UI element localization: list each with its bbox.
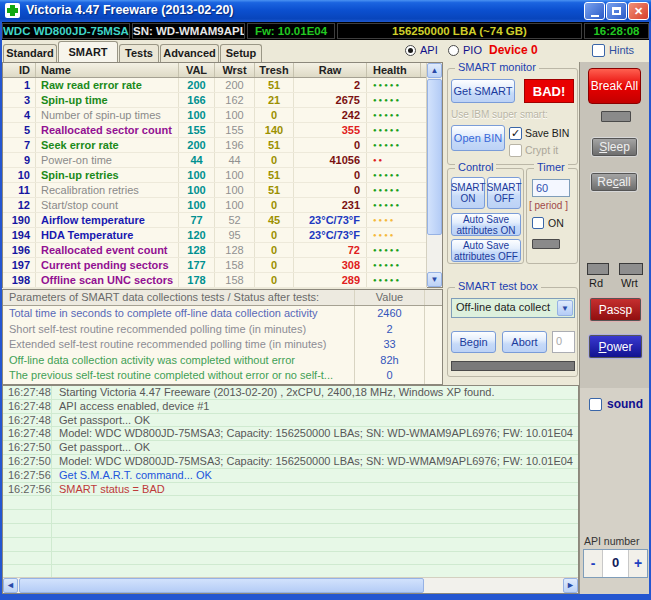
test-progress-bar xyxy=(451,361,575,371)
sound-checkbox[interactable] xyxy=(589,398,602,411)
attribute-val: 44 xyxy=(179,153,215,167)
table-row[interactable]: 10Spin-up retries100100510●●●●● xyxy=(3,168,427,183)
header-name[interactable]: Name xyxy=(36,63,179,77)
passport-button[interactable]: Passp xyxy=(589,297,642,322)
table-row[interactable]: 190Airflow temperature77524523°C/73°F●●●… xyxy=(3,213,427,228)
table-row[interactable]: 9Power-on time4444041056●● xyxy=(3,153,427,168)
table-row[interactable]: 3Spin-up time166162212675●●●●● xyxy=(3,93,427,108)
smart-table-scrollbar[interactable]: ▲ ▼ xyxy=(426,63,442,287)
attribute-val: 77 xyxy=(179,213,215,227)
scroll-left-icon[interactable]: ◄ xyxy=(3,578,18,593)
minimize-button[interactable] xyxy=(584,2,605,20)
attribute-id: 3 xyxy=(3,93,36,107)
hints-checkbox[interactable] xyxy=(592,44,605,57)
tab-tests[interactable]: Tests xyxy=(119,44,159,62)
attribute-id: 11 xyxy=(3,183,36,197)
attribute-tresh: 0 xyxy=(255,258,294,272)
maximize-button[interactable] xyxy=(606,2,627,20)
health-dots: ●●●●● xyxy=(367,168,421,182)
attribute-tresh: 0 xyxy=(255,108,294,122)
title-bar: Victoria 4.47 Freeware (2013-02-20) ✕ xyxy=(0,0,651,22)
attribute-name: Number of spin-up times xyxy=(36,108,179,122)
api-number-increment[interactable]: + xyxy=(629,550,647,577)
table-row[interactable]: 7Seek error rate200196510●●●●● xyxy=(3,138,427,153)
table-row[interactable]: 196Reallocated event count128128072●●●●● xyxy=(3,243,427,258)
log-timestamp: 16:27:48 xyxy=(3,414,51,428)
timer-on-checkbox[interactable] xyxy=(532,217,544,229)
attribute-wrst: 162 xyxy=(215,93,255,107)
tab-standard[interactable]: Standard xyxy=(3,44,57,62)
header-health[interactable]: Health xyxy=(367,63,421,77)
attribute-id: 9 xyxy=(3,153,36,167)
window-title: Victoria 4.47 Freeware (2013-02-20) xyxy=(26,3,234,17)
header-raw[interactable]: Raw xyxy=(294,63,367,77)
test-select-value: Off-line data collect xyxy=(456,301,550,313)
table-row[interactable]: 5Reallocated sector count155155140355●●●… xyxy=(3,123,427,138)
header-tresh[interactable]: Tresh xyxy=(255,63,294,77)
table-row[interactable]: 12Start/stop count1001000231●●●●● xyxy=(3,198,427,213)
table-row[interactable]: 198Offline scan UNC sectors1781580289●●●… xyxy=(3,273,427,288)
app-icon xyxy=(5,3,20,18)
table-row[interactable]: 4Number of spin-up times1001000242●●●●● xyxy=(3,108,427,123)
control-group: Control SMART ON SMART OFF Auto Save att… xyxy=(447,168,524,264)
attribute-name: Reallocated sector count xyxy=(36,123,179,137)
test-counter-field[interactable]: 0 xyxy=(552,331,575,353)
smart-on-button[interactable]: SMART ON xyxy=(451,177,485,209)
attribute-raw: 0 xyxy=(294,183,367,197)
scroll-right-icon[interactable]: ► xyxy=(563,578,578,593)
table-row[interactable]: 1Raw read error rate200200512●●●●● xyxy=(3,78,427,93)
header-wrst[interactable]: Wrst xyxy=(215,63,255,77)
open-bin-button[interactable]: Open BIN xyxy=(451,125,505,151)
log-message: Get S.M.A.R.T. command... OK xyxy=(51,469,212,483)
test-select-dropdown[interactable]: Off-line data collect ▼ xyxy=(451,298,575,318)
break-all-button[interactable]: Break All xyxy=(588,68,641,104)
save-bin-checkbox[interactable]: ✓ xyxy=(509,127,522,140)
attribute-id: 198 xyxy=(3,273,36,287)
tab-setup[interactable]: Setup xyxy=(220,44,262,62)
tab-advanced[interactable]: Advanced xyxy=(160,44,219,62)
drive-firmware: Fw: 10.01E04 xyxy=(247,23,335,39)
smart-off-button[interactable]: SMART OFF xyxy=(487,177,521,209)
attribute-name: Power-on time xyxy=(36,153,179,167)
chevron-down-icon[interactable]: ▼ xyxy=(557,300,573,316)
attribute-name: HDA Temperature xyxy=(36,228,179,242)
param-value: 0 xyxy=(355,368,425,384)
smart-params-table: Parameters of SMART data collections tes… xyxy=(2,289,443,385)
param-tail xyxy=(425,306,442,322)
scrollbar-thumb[interactable] xyxy=(427,79,442,235)
sleep-button[interactable]: Sleep xyxy=(591,137,638,157)
params-header-tail xyxy=(425,290,442,305)
param-name: Total time in seconds to complete off-li… xyxy=(3,306,355,322)
table-row[interactable]: 194HDA Temperature12095023°C/73°F●●●● xyxy=(3,228,427,243)
abort-button[interactable]: Abort xyxy=(502,331,547,353)
begin-button[interactable]: Begin xyxy=(451,331,496,353)
log-hscrollbar[interactable]: ◄ ► xyxy=(3,577,578,593)
recall-button[interactable]: Recall xyxy=(590,172,638,192)
table-row[interactable]: 11Recalibration retries100100510●●●●● xyxy=(3,183,427,198)
power-button[interactable]: Power xyxy=(588,334,643,359)
timer-input[interactable]: 60 xyxy=(532,179,570,197)
attribute-val: 155 xyxy=(179,123,215,137)
log-timestamp: 16:27:56 xyxy=(3,483,51,497)
log-line: 16:27:56SMART status = BAD xyxy=(3,483,578,497)
get-smart-button[interactable]: Get SMART xyxy=(451,79,515,103)
table-row[interactable]: 197Current pending sectors1771580308●●●●… xyxy=(3,258,427,273)
param-tail xyxy=(425,368,442,384)
api-radio[interactable] xyxy=(405,45,416,56)
close-button[interactable]: ✕ xyxy=(628,2,649,20)
power-label-u: P xyxy=(598,340,606,354)
health-dots: ●●●●● xyxy=(367,198,421,212)
api-number-decrement[interactable]: - xyxy=(584,550,602,577)
pio-radio[interactable] xyxy=(448,45,459,56)
header-id[interactable]: ID xyxy=(3,63,36,77)
autosave-on-button[interactable]: Auto Save attributes ON xyxy=(451,213,521,236)
attribute-raw: 72 xyxy=(294,243,367,257)
crypt-it-checkbox[interactable] xyxy=(509,144,522,157)
hscrollbar-thumb[interactable] xyxy=(19,578,424,593)
scroll-up-icon[interactable]: ▲ xyxy=(427,63,442,78)
header-val[interactable]: VAL xyxy=(179,63,215,77)
tab-smart[interactable]: SMART xyxy=(58,41,118,62)
attribute-name: Airflow temperature xyxy=(36,213,179,227)
scroll-down-icon[interactable]: ▼ xyxy=(427,272,442,287)
autosave-off-button[interactable]: Auto Save attributes OFF xyxy=(451,239,521,262)
